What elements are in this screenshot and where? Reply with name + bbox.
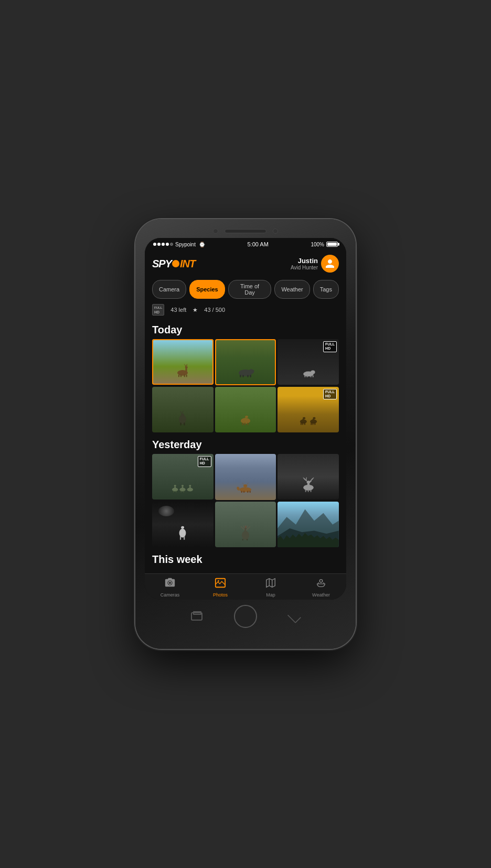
nav-photos-label: Photos (213, 592, 228, 598)
hd-badge-photo3: FULLHD (323, 341, 337, 352)
map-icon (265, 577, 276, 591)
nav-photos[interactable]: Photos (195, 577, 246, 598)
svg-rect-13 (247, 375, 249, 378)
svg-rect-45 (175, 487, 176, 491)
favorites-count: 43 / 500 (204, 307, 225, 313)
svg-rect-22 (182, 416, 184, 421)
battery-percentage: 100% (311, 242, 324, 247)
hd-count: 43 left (170, 307, 186, 313)
nav-map[interactable]: Map (246, 577, 296, 598)
nav-weather[interactable]: Weather (296, 577, 346, 598)
nav-weather-label: Weather (312, 592, 330, 598)
stats-bar: FULLHD 43 left ★ 43 / 500 (145, 302, 346, 320)
tab-species[interactable]: Species (189, 280, 225, 299)
tab-weather[interactable]: Weather (274, 280, 309, 299)
wifi-icon: ⌚ (199, 242, 205, 247)
svg-point-46 (174, 485, 176, 487)
nav-map-label: Map (266, 592, 275, 598)
svg-point-40 (313, 417, 315, 419)
svg-rect-62 (247, 491, 248, 493)
photo-11[interactable] (215, 502, 276, 548)
photo-8[interactable] (215, 454, 276, 500)
svg-rect-79 (242, 539, 243, 540)
svg-rect-25 (184, 422, 185, 425)
svg-rect-30 (244, 422, 246, 425)
svg-rect-47 (173, 491, 174, 493)
photo-6[interactable]: FULLHD (277, 387, 339, 432)
svg-rect-33 (302, 419, 304, 422)
svg-rect-12 (242, 375, 244, 378)
svg-rect-77 (244, 529, 247, 533)
svg-rect-53 (184, 491, 184, 493)
photo-9[interactable] (277, 454, 339, 500)
user-text: Justin Avid Hunter (291, 257, 318, 270)
photo-10[interactable] (152, 502, 214, 547)
phone-frame: Spypoint ⌚ 5:00 AM 100% SPYINT (135, 219, 356, 649)
svg-rect-67 (305, 490, 306, 492)
hd-badge-photo6: FULLHD (323, 389, 337, 400)
photo-4[interactable] (152, 387, 214, 432)
svg-rect-50 (182, 487, 184, 491)
phone-top-bar (145, 229, 346, 234)
svg-rect-18 (306, 376, 307, 378)
svg-rect-19 (310, 376, 311, 378)
tab-camera[interactable]: Camera (152, 280, 186, 299)
svg-rect-36 (302, 422, 303, 425)
svg-rect-31 (247, 422, 248, 425)
section-today-header: Today (145, 320, 346, 339)
nav-cameras[interactable]: Cameras (145, 577, 195, 598)
svg-rect-24 (180, 422, 182, 425)
photo-12[interactable] (277, 502, 339, 547)
photo-3[interactable]: FULLHD (277, 339, 339, 385)
filter-tabs: Camera Species Time of Day Weather Tags (145, 277, 346, 302)
svg-rect-39 (312, 419, 314, 422)
photo-grid-today: FULLHD (145, 339, 346, 435)
photo-2[interactable] (215, 339, 276, 385)
svg-rect-43 (314, 422, 315, 425)
back-button[interactable] (287, 610, 302, 624)
avatar[interactable] (321, 255, 339, 273)
svg-point-10 (252, 371, 254, 372)
svg-rect-17 (304, 376, 305, 378)
svg-rect-27 (244, 418, 247, 422)
svg-rect-7 (186, 375, 187, 377)
bottom-nav: Cameras Photos (145, 573, 346, 600)
svg-rect-29 (242, 422, 243, 425)
svg-point-34 (303, 417, 305, 419)
svg-point-9 (249, 370, 254, 374)
photo-5[interactable] (215, 387, 276, 433)
status-time: 5:00 AM (247, 241, 268, 247)
tab-tags[interactable]: Tags (313, 280, 339, 299)
phone-camera-right (273, 229, 278, 234)
user-info: Justin Avid Hunter (291, 255, 339, 273)
svg-rect-69 (310, 490, 311, 492)
tab-time-of-day[interactable]: Time of Day (228, 280, 272, 299)
svg-rect-52 (181, 491, 182, 493)
app-content[interactable]: SPYINT Justin Avid Hunter Camera Species (145, 251, 346, 573)
svg-rect-73 (180, 536, 181, 540)
section-thisweek-header: This week (145, 549, 346, 569)
photo-1[interactable] (152, 339, 214, 385)
photo-7[interactable]: FULLHD (152, 454, 214, 500)
phone-camera-left (213, 229, 218, 234)
status-battery: 100% (311, 242, 338, 247)
home-button[interactable] (234, 605, 257, 628)
nav-cameras-label: Cameras (161, 592, 180, 598)
svg-rect-20 (312, 376, 313, 378)
svg-point-82 (218, 580, 219, 582)
cameras-icon (164, 577, 176, 591)
battery-fill (327, 243, 337, 246)
svg-point-59 (243, 484, 247, 487)
svg-rect-80 (247, 539, 248, 540)
recents-button[interactable] (191, 612, 202, 621)
svg-point-75 (183, 526, 184, 527)
user-name: Justin (291, 257, 318, 265)
hd-badge: FULLHD (152, 304, 164, 316)
svg-rect-14 (250, 375, 251, 378)
star-icon: ★ (193, 307, 198, 313)
phone-speaker (225, 229, 266, 233)
svg-rect-61 (243, 491, 244, 493)
phone-bottom-bar (145, 605, 346, 628)
svg-rect-71 (182, 528, 184, 534)
section-yesterday-header: Yesterday (145, 435, 346, 454)
